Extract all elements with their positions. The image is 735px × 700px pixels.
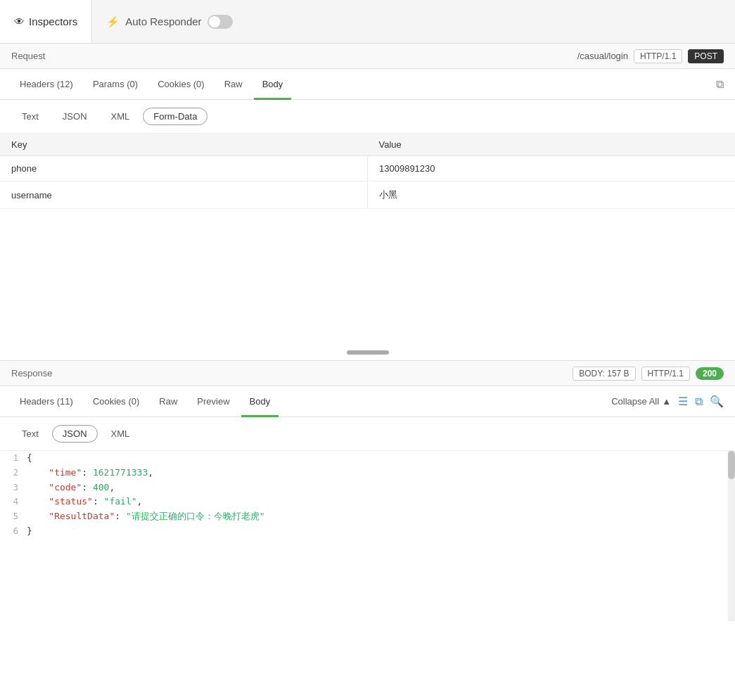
json-content-1: { — [27, 451, 32, 466]
value-phone: 13009891230 — [368, 156, 736, 182]
json-scroll-area: 1 { 2 "time": 1621771333, 3 "code": 400,… — [0, 451, 735, 621]
request-section: Request /casual/login HTTP/1.1 POST Head… — [0, 44, 735, 361]
col-key: Key — [0, 134, 368, 156]
tab-request-body[interactable]: Body — [254, 73, 292, 96]
line-num-5: 5 — [6, 509, 27, 523]
line-num-2: 2 — [6, 466, 27, 480]
wrap-lines-icon[interactable]: ☰ — [678, 395, 688, 408]
tab-request-params[interactable]: Params (0) — [84, 73, 146, 96]
lightning-icon: ⚡ — [106, 15, 120, 28]
tab-request-raw[interactable]: Raw — [216, 73, 251, 96]
tab-response-body[interactable]: Body — [241, 390, 279, 413]
request-tabs: Headers (12) Params (0) Cookies (0) Raw … — [0, 69, 735, 100]
line-num-6: 6 — [6, 524, 27, 538]
request-header: Request /casual/login HTTP/1.1 POST — [0, 44, 735, 69]
response-body-tabs: Text JSON XML — [0, 417, 735, 451]
response-tabs: Headers (11) Cookies (0) Raw Preview Bod… — [0, 386, 735, 417]
request-form-table: Key Value phone 13009891230 username 小黑 — [0, 134, 735, 209]
request-url: /casual/login — [577, 51, 628, 61]
request-meta: /casual/login HTTP/1.1 POST — [577, 49, 724, 63]
json-line-4: 4 "status": "fail", — [0, 495, 735, 509]
json-content-2: "time": 1621771333, — [27, 466, 153, 481]
json-line-1: 1 { — [0, 451, 735, 466]
value-username: 小黑 — [368, 182, 736, 209]
body-size-badge: BODY: 157 B — [573, 367, 635, 381]
chevron-up-icon: ▲ — [662, 396, 671, 407]
inspectors-label: Inspectors — [29, 15, 77, 27]
tab-response-headers[interactable]: Headers (11) — [11, 390, 82, 413]
json-content-4: "status": "fail", — [27, 495, 142, 509]
key-phone: phone — [0, 156, 368, 182]
line-num-1: 1 — [6, 451, 27, 465]
tab-response-cookies[interactable]: Cookies (0) — [84, 390, 148, 413]
request-title: Request — [11, 51, 45, 61]
response-title: Response — [11, 368, 53, 378]
tab-request-cookies[interactable]: Cookies (0) — [149, 73, 212, 96]
copy-request-icon[interactable]: ⧉ — [716, 78, 724, 91]
line-num-4: 4 — [6, 495, 27, 509]
horizontal-scrollbar[interactable] — [347, 350, 389, 355]
auto-responder-tab[interactable]: ⚡ Auto Responder — [92, 0, 246, 43]
auto-responder-label: Auto Responder — [125, 15, 201, 27]
response-meta: BODY: 157 B HTTP/1.1 200 — [573, 367, 724, 381]
json-line-3: 3 "code": 400, — [0, 481, 735, 495]
tab-body-text[interactable]: Text — [11, 108, 49, 125]
vertical-scrollbar[interactable] — [728, 451, 735, 621]
json-line-2: 2 "time": 1621771333, — [0, 466, 735, 481]
request-body-tabs: Text JSON XML Form-Data — [0, 100, 735, 134]
line-num-3: 3 — [6, 481, 27, 495]
tab-body-formdata[interactable]: Form-Data — [143, 108, 207, 125]
eye-icon: 👁 — [14, 15, 25, 27]
json-content-3: "code": 400, — [27, 481, 115, 495]
copy-response-icon[interactable]: ⧉ — [695, 395, 703, 408]
json-line-5: 5 "ResultData": "请提交正确的口令：今晚打老虎" — [0, 509, 735, 524]
request-protocol-badge: HTTP/1.1 — [634, 49, 682, 63]
collapse-all-button[interactable]: Collapse All ▲ — [611, 396, 671, 407]
tab-response-json[interactable]: JSON — [52, 425, 98, 443]
response-status-badge: 200 — [696, 367, 724, 380]
top-nav: 👁 Inspectors ⚡ Auto Responder — [0, 0, 735, 44]
json-content-5: "ResultData": "请提交正确的口令：今晚打老虎" — [27, 509, 265, 524]
collapse-all-label: Collapse All — [611, 396, 659, 407]
tab-response-raw[interactable]: Raw — [151, 390, 186, 413]
col-value: Value — [368, 134, 736, 156]
table-row: phone 13009891230 — [0, 156, 735, 182]
tab-body-json[interactable]: JSON — [52, 108, 98, 125]
tab-response-xml[interactable]: XML — [101, 425, 141, 443]
request-body-area: Text JSON XML Form-Data Key Value phone … — [0, 100, 735, 360]
key-username: username — [0, 182, 368, 209]
json-viewer: 1 { 2 "time": 1621771333, 3 "code": 400,… — [0, 451, 735, 539]
json-content-6: } — [27, 524, 32, 539]
tab-body-xml[interactable]: XML — [101, 108, 141, 125]
tab-response-text[interactable]: Text — [11, 425, 49, 443]
auto-responder-toggle[interactable] — [207, 15, 233, 29]
scrollbar-thumb[interactable] — [728, 451, 735, 479]
response-section: Response BODY: 157 B HTTP/1.1 200 Header… — [0, 361, 735, 621]
tab-response-preview[interactable]: Preview — [188, 390, 238, 413]
inspectors-tab[interactable]: 👁 Inspectors — [0, 0, 92, 43]
response-protocol-badge: HTTP/1.1 — [641, 367, 690, 381]
json-line-6: 6 } — [0, 524, 735, 539]
response-header: Response BODY: 157 B HTTP/1.1 200 — [0, 361, 735, 386]
table-row: username 小黑 — [0, 182, 735, 209]
request-method-badge: POST — [688, 49, 724, 63]
search-response-icon[interactable]: 🔍 — [710, 395, 724, 408]
tab-request-headers[interactable]: Headers (12) — [11, 73, 82, 96]
